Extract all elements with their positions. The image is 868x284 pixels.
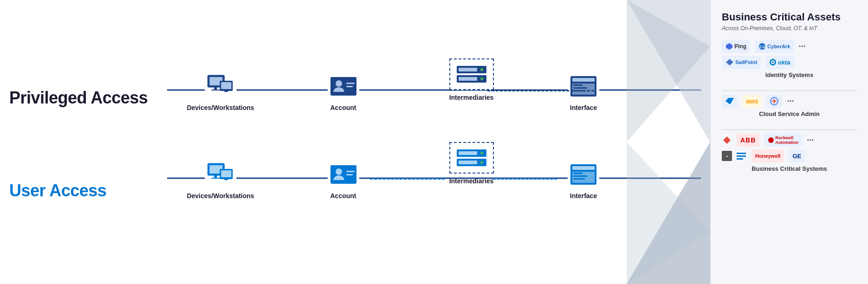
bcs-section-label: Business Critical Systems — [722, 165, 857, 172]
svg-point-60 — [768, 137, 774, 143]
svg-rect-21 — [573, 87, 587, 89]
svg-point-13 — [480, 68, 483, 71]
svg-marker-57 — [725, 98, 734, 104]
abb-label: ABB — [740, 136, 756, 144]
cloud-logos-row: aws ··· — [722, 95, 857, 108]
diamond-icon — [722, 135, 732, 145]
sailpoint-label: SailPoint — [735, 59, 757, 65]
privileged-interface-icon — [568, 72, 599, 100]
svg-point-16 — [480, 77, 483, 80]
sailpoint-logo: SailPoint — [722, 56, 761, 69]
privileged-devices-icon — [205, 72, 236, 100]
identity-more-icon: ··· — [799, 42, 806, 52]
ping-label: Ping — [734, 43, 746, 50]
svg-point-56 — [772, 61, 774, 63]
bcs-section: ABB RockwellAutomation ··· ▪ Honeywell — [722, 134, 857, 172]
svg-rect-10 — [346, 86, 353, 87]
svg-marker-59 — [723, 136, 731, 144]
svg-point-8 — [336, 80, 342, 87]
svg-rect-18 — [572, 78, 595, 82]
triangle-decoration — [627, 0, 710, 284]
ping-logo: Ping — [722, 40, 750, 53]
svg-rect-9 — [346, 83, 355, 84]
cloud-more-icon: ··· — [787, 97, 794, 106]
privileged-devices-label: Devices/Workstations — [187, 104, 254, 111]
svg-marker-50 — [726, 43, 732, 50]
svg-rect-15 — [459, 77, 477, 81]
svg-rect-38 — [459, 161, 477, 164]
svg-rect-32 — [346, 171, 355, 172]
user-flow: Devices/Workstations Account — [167, 161, 701, 221]
bcs-lines-icon — [737, 151, 747, 161]
azure-logo — [722, 95, 738, 108]
rockwell-logo: RockwellAutomation — [764, 134, 802, 147]
honeywell-logo: Honeywell — [751, 149, 784, 162]
privileged-account-label: Account — [330, 104, 356, 111]
user-devices-icon — [205, 161, 236, 188]
identity-logos-row: Ping CA CyberArk ··· — [722, 40, 857, 53]
user-devices-label: Devices/Workstations — [187, 192, 254, 200]
user-interface-icon — [568, 161, 599, 188]
ge-label: GE — [792, 153, 801, 160]
identity-section-label: Identity Systems — [722, 71, 857, 78]
svg-rect-28 — [221, 170, 231, 177]
sidebar-subtitle: Across On-Premises, Cloud, OT, & IoT — [722, 25, 857, 32]
user-devices-node: Devices/Workstations — [187, 161, 254, 200]
cyberark-label: CyberArk — [767, 44, 790, 49]
svg-point-39 — [480, 161, 483, 164]
cyberark-logo: CA CyberArk — [755, 40, 794, 53]
privileged-intermediaries-label: Intermediaries — [449, 94, 494, 101]
identity-logos-row2: SailPoint okta — [722, 56, 857, 69]
svg-rect-35 — [459, 151, 477, 155]
aws-label: aws — [746, 97, 758, 105]
svg-point-36 — [480, 152, 483, 155]
user-interface-label: Interface — [570, 192, 597, 200]
svg-rect-25 — [214, 175, 217, 178]
main-diagram: Privileged Access — [0, 0, 710, 284]
svg-rect-43 — [573, 173, 583, 174]
user-intermediaries-node: Intermediaries — [449, 142, 494, 185]
svg-rect-26 — [211, 178, 220, 179]
identity-systems-section: Ping CA CyberArk ··· SailPoint okta Iden… — [722, 40, 857, 78]
privileged-interface-label: Interface — [570, 104, 597, 111]
privileged-access-row: Privileged Access — [9, 72, 701, 123]
privileged-intermediaries-node: Intermediaries — [449, 58, 494, 101]
svg-rect-3 — [211, 90, 220, 90]
svg-rect-6 — [224, 91, 228, 92]
user-access-label: User Access — [9, 181, 167, 200]
svg-rect-41 — [572, 166, 595, 170]
sidebar-title: Business Critical Assets — [722, 11, 857, 23]
rockwell-label: RockwellAutomation — [775, 136, 798, 145]
user-interface-node: Interface — [568, 161, 599, 200]
privileged-access-label: Privileged Access — [9, 88, 167, 108]
svg-point-31 — [336, 168, 342, 175]
privileged-account-icon — [328, 72, 359, 100]
svg-rect-20 — [573, 84, 583, 86]
aws-logo: aws — [742, 95, 762, 108]
cloud-section-label: Cloud Service Admin — [722, 110, 857, 117]
user-intermediaries-label: Intermediaries — [449, 177, 494, 185]
abb-logo: ABB — [737, 134, 759, 147]
okta-label: okta — [778, 59, 790, 66]
user-account-icon — [328, 161, 359, 188]
bcs-logos-row2: ▪ Honeywell GE — [722, 149, 857, 162]
user-intermediaries-icon — [449, 142, 494, 174]
privileged-interface-node: Interface — [568, 72, 599, 111]
svg-rect-45 — [573, 178, 585, 180]
user-account-label: Account — [330, 192, 356, 200]
ge-logo: GE — [789, 149, 805, 162]
divider2 — [722, 129, 857, 130]
svg-rect-29 — [224, 179, 228, 180]
gcp-logo — [766, 95, 782, 108]
user-account-node: Account — [328, 161, 359, 200]
privileged-intermediaries-icon — [449, 58, 494, 90]
bcs-logos-row1: ABB RockwellAutomation ··· — [722, 134, 857, 147]
svg-rect-12 — [459, 68, 477, 71]
svg-rect-33 — [346, 174, 353, 175]
okta-logo: okta — [765, 56, 794, 69]
svg-rect-44 — [573, 175, 587, 177]
divider1 — [722, 90, 857, 91]
svg-rect-2 — [214, 87, 217, 90]
privileged-devices-node: Devices/Workstations — [187, 72, 254, 111]
privileged-flow: Devices/Workstations Account — [167, 72, 701, 123]
